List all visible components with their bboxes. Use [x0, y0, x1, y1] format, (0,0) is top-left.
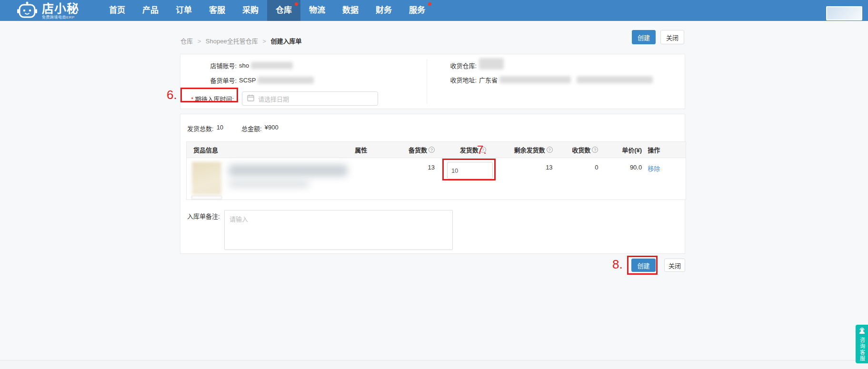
col-unit-price: 单价(¥) [598, 142, 642, 158]
step-8-number: 8. [612, 257, 623, 272]
breadcrumb: 仓库 > Shopee全托管仓库 > 创建入库单 [180, 36, 302, 45]
expected-date-input[interactable]: 请选择日期 [242, 91, 378, 106]
stock-order-value: SCSP [239, 77, 314, 84]
headset-icon [858, 328, 866, 336]
product-image [192, 162, 221, 195]
nav-item-orders[interactable]: 订单 [167, 0, 200, 21]
remark-label: 入库单备注: [187, 211, 220, 220]
attributes-cell [348, 158, 382, 199]
redacted-text [577, 76, 653, 83]
calendar-icon [247, 94, 254, 103]
logo-title: 店小秘 [42, 3, 79, 15]
col-remaining-qty-label: 剩余发货数 [514, 145, 545, 154]
nav-item-logistics[interactable]: 物流 [300, 0, 334, 21]
help-icon[interactable]: ? [480, 147, 486, 153]
close-button-top[interactable]: 关闭 [660, 30, 684, 44]
col-action: 操作 [642, 142, 686, 158]
goods-table: 货品信息 属性 备货数 ? 发货数 ? 剩余发货数 ? 收货数 ? 单价(¥) … [186, 141, 686, 200]
col-stock-qty: 备货数 ? [382, 142, 435, 158]
col-goods-info: 货品信息 [187, 142, 348, 158]
product-name-redacted [229, 165, 348, 199]
nav-item-products[interactable]: 产品 [134, 0, 167, 21]
summary-bar: 发货总数: 10 总金额: ¥900 [187, 124, 279, 133]
notification-dot [428, 2, 431, 6]
robot-logo-icon [16, 1, 38, 21]
page-footer [0, 360, 868, 369]
address-visible-text: 广东省 [479, 75, 498, 84]
breadcrumb-separator: > [262, 38, 266, 45]
footer-actions: 创建 关闭 [631, 259, 685, 272]
step-6-number: 6. [167, 88, 177, 102]
app-logo[interactable]: 店小秘 免费跨境电商ERP [16, 1, 79, 21]
nav-item-home[interactable]: 首页 [100, 0, 134, 21]
page-title: 创建入库单 [271, 38, 302, 45]
nav-item-finance[interactable]: 财务 [367, 0, 400, 21]
nav-item-purchase[interactable]: 采购 [234, 0, 267, 21]
create-button-bottom[interactable]: 创建 [631, 259, 656, 272]
receive-address-value: 广东省 [479, 75, 653, 84]
col-received-qty-label: 收货数 [572, 145, 590, 154]
header-actions: 创建 关闭 [632, 30, 684, 44]
table-header-row: 货品信息 属性 备货数 ? 发货数 ? 剩余发货数 ? 收货数 ? 单价(¥) … [187, 142, 686, 158]
breadcrumb-separator: > [198, 38, 201, 45]
order-info-panel: 店铺账号: sho 备货单号: SCSP *期待入库时间: 请选择日期 [180, 54, 685, 109]
total-qty-value: 10 [217, 124, 223, 133]
remove-link[interactable]: 移除 [648, 165, 660, 172]
help-icon[interactable]: ? [429, 147, 435, 153]
receive-warehouse-row: 收货仓库: [427, 58, 504, 70]
col-ship-qty: 发货数 ? [435, 142, 486, 158]
nav-item-services-label: 服务 [409, 6, 425, 15]
shop-account-row: 店铺账号: sho [180, 61, 293, 70]
create-button-top[interactable]: 创建 [632, 30, 656, 44]
col-ship-qty-label: 发货数 [460, 145, 479, 154]
stock-qty-cell: 13 [382, 158, 435, 199]
total-amount-label: 总金额: [241, 124, 262, 133]
nav-item-service[interactable]: 客服 [200, 0, 234, 21]
nav-item-data[interactable]: 数据 [334, 0, 367, 21]
redacted-text [499, 76, 571, 83]
support-tab-label: 咨询客服 [859, 337, 865, 362]
notification-dot [295, 2, 298, 6]
shop-account-value: sho [239, 62, 293, 69]
remaining-qty-cell: 13 [486, 158, 553, 199]
nav-item-services[interactable]: 服务 [400, 0, 434, 21]
receive-address-row: 收货地址: 广东省 [427, 75, 653, 84]
ship-qty-input[interactable] [447, 162, 493, 179]
customer-support-tab[interactable]: 咨询客服 [856, 325, 868, 363]
total-amount-value: ¥900 [265, 124, 279, 133]
breadcrumb-shopee-warehouse[interactable]: Shopee全托管仓库 [206, 38, 258, 45]
table-row: 13 13 0 90.0 移除 [187, 158, 686, 199]
col-stock-qty-label: 备货数 [409, 145, 427, 154]
stock-order-row: 备货单号: SCSP [180, 76, 314, 85]
logo-tagline: 免费跨境电商ERP [42, 16, 79, 20]
breadcrumb-warehouse[interactable]: 仓库 [180, 38, 193, 45]
receive-address-label: 收货地址: [427, 75, 477, 84]
help-icon[interactable]: ? [547, 147, 553, 153]
nav-item-warehouse[interactable]: 仓库 [267, 0, 300, 21]
ship-qty-cell [435, 158, 486, 199]
account-widget[interactable] [826, 6, 862, 20]
action-cell: 移除 [642, 158, 686, 199]
help-icon[interactable]: ? [592, 147, 598, 153]
col-attributes: 属性 [348, 142, 382, 158]
required-asterisk: * [191, 96, 193, 103]
stock-order-label: 备货单号: [180, 76, 237, 85]
top-navbar: 店小秘 免费跨境电商ERP 首页 产品 订单 客服 采购 仓库 物流 数据 财务… [0, 0, 868, 21]
redacted-text [479, 58, 504, 70]
expected-time-label-text: 期待入库时间: [195, 96, 234, 103]
redacted-text [251, 62, 293, 69]
col-received-qty: 收货数 ? [553, 142, 599, 158]
expected-time-row: *期待入库时间: 请选择日期 [180, 91, 378, 106]
nav-item-warehouse-label: 仓库 [276, 6, 292, 15]
total-qty-label: 发货总数: [187, 124, 214, 133]
date-placeholder: 请选择日期 [258, 94, 289, 103]
unit-price-cell: 90.0 [598, 158, 642, 199]
goods-info-cell [187, 158, 348, 199]
close-button-bottom[interactable]: 关闭 [664, 259, 685, 272]
shop-account-label: 店铺账号: [180, 61, 237, 70]
receive-warehouse-label: 收货仓库: [427, 58, 477, 70]
remark-textarea[interactable] [224, 210, 453, 250]
product-sku-badge [191, 196, 222, 199]
main-nav: 首页 产品 订单 客服 采购 仓库 物流 数据 财务 服务 [100, 0, 434, 21]
shop-account-visible-text: sho [239, 62, 249, 69]
